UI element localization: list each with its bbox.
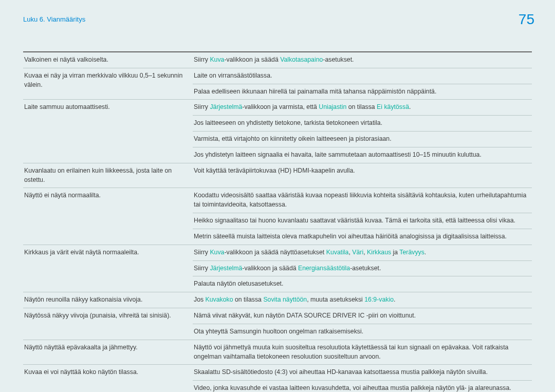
solution-cell: Laite on virransäästötilassa. [193,68,532,84]
solution-cell: Nämä viivat näkyvät, kun näytön DATA SOU… [193,308,532,324]
solution-cell: Voit käyttää teräväpiirtokuvaa (HD) HDMI… [193,163,532,188]
table-row: Kirkkaus ja värit eivät näytä normaaleil… [23,245,532,260]
solution-cell: Siirry Kuva-valikkoon ja säädä näyttöase… [193,245,532,260]
troubleshooting-table: Valkoinen ei näytä valkoiselta.Siirry Ku… [23,51,532,392]
issue-cell: Laite sammuu automaattisesti. [23,100,193,163]
highlight-term: Kuvatila [326,249,349,256]
highlight-term: Valkotasapaino [280,56,323,63]
table-row: Näyttö näyttää epävakaalta ja jähmettyy.… [23,340,532,365]
solution-cell: Ota yhteyttä Samsungin huoltoon ongelman… [193,324,532,340]
issue-cell: Kuvaa ei näy ja virran merkkivalo vilkku… [23,68,193,100]
highlight-term: Järjestelmä [210,265,242,272]
solution-cell: Siirry Järjestelmä-valikkoon ja varmista… [193,100,532,116]
page-number: 75 [519,11,534,28]
page-container: Luku 6. Vianmääritys 75 Valkoinen ei näy… [0,0,555,392]
breadcrumb: Luku 6. Vianmääritys [23,15,532,23]
issue-cell: Näytön reunoilla näkyy katkonaisia viivo… [23,292,193,308]
highlight-term: Sovita näyttöön [263,296,307,303]
solution-cell: Metrin säteellä muista laitteista oleva … [193,229,532,245]
solution-cell: Varmista, että virtajohto on kiinnitetty… [193,132,532,147]
issue-cell: Näyttö näyttää epävakaalta ja jähmettyy. [23,340,193,365]
solution-cell: Jos Kuvakoko on tilassa Sovita näyttöön,… [193,292,532,308]
table-row: Kuvaa ei voi näyttää koko näytön tilassa… [23,365,532,381]
solution-cell: Skaalattu SD-sisältötiedosto (4:3) voi a… [193,365,532,381]
solution-cell: Video, jonka kuvasuhde ei vastaa laittee… [193,381,532,392]
table-row: Valkoinen ei näytä valkoiselta.Siirry Ku… [23,52,532,68]
solution-cell: Palaa edelliseen ikkunaan hiirellä tai p… [193,84,532,100]
highlight-term: Kirkkaus [367,249,391,256]
table-row: Laite sammuu automaattisesti.Siirry Järj… [23,100,532,116]
highlight-term: Terävyys [399,249,424,256]
table-row: Kuvanlaatu on erilainen kuin liikkeessä,… [23,163,532,188]
issue-cell: Valkoinen ei näytä valkoiselta. [23,52,193,68]
solution-cell: Palauta näytön oletusasetukset. [193,276,532,292]
highlight-term: Kuva [210,56,224,63]
issue-cell: Näyttö ei näytä normaalilta. [23,188,193,245]
issue-cell: Kirkkaus ja värit eivät näytä normaaleil… [23,245,193,292]
issue-cell: Näytössä näkyy viivoja (punaisia, vihrei… [23,308,193,340]
highlight-term: Kuva [210,249,224,256]
solution-cell: Koodattu videosisältö saattaa vääristää … [193,188,532,213]
solution-cell: Heikko signaalitaso tai huono kuvanlaatu… [193,213,532,229]
issue-cell: Kuvaa ei voi näyttää koko näytön tilassa… [23,365,193,392]
table-row: Kuvaa ei näy ja virran merkkivalo vilkku… [23,68,532,84]
highlight-term: Järjestelmä [210,103,242,110]
highlight-term: Väri [352,249,363,256]
table-row: Näytön reunoilla näkyy katkonaisia viivo… [23,292,532,308]
highlight-term: 16:9-vakio [364,296,394,303]
highlight-term: Kuvakoko [206,296,233,303]
highlight-term: Energiansäästötila [298,265,350,272]
table-row: Näyttö ei näytä normaalilta.Koodattu vid… [23,188,532,213]
table-row: Näytössä näkyy viivoja (punaisia, vihrei… [23,308,532,324]
solution-cell: Näyttö voi jähmettyä muuta kuin suositel… [193,340,532,365]
solution-cell: Jos yhdistetyn laitteen signaalia ei hav… [193,147,532,163]
highlight-term: Ei käytössä [377,103,409,110]
solution-cell: Siirry Kuva-valikkoon ja säädä Valkotasa… [193,52,532,68]
issue-cell: Kuvanlaatu on erilainen kuin liikkeessä,… [23,163,193,188]
solution-cell: Siirry Järjestelmä-valikkoon ja säädä En… [193,260,532,276]
solution-cell: Jos laitteeseen on yhdistetty tietokone,… [193,116,532,132]
highlight-term: Uniajastin [319,103,346,110]
